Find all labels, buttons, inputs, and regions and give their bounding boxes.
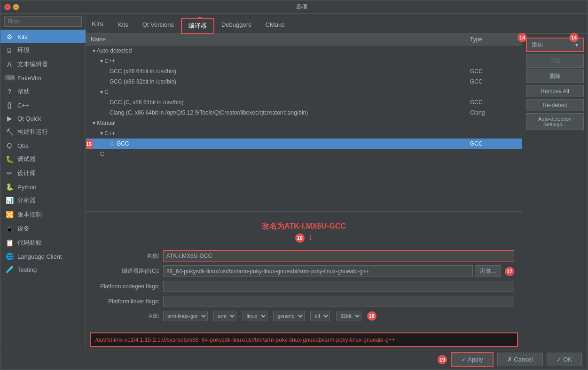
sidebar-item-code-paste[interactable]: 📋 代码粘贴: [0, 236, 86, 250]
fakevim-icon: ⌨: [5, 74, 14, 82]
table-row[interactable]: Clang (C, x86 64bit in /opt/Qt5.12.9/Too…: [86, 108, 522, 118]
name-input[interactable]: [163, 250, 514, 262]
badge-17: 17: [505, 267, 514, 276]
table-row[interactable]: GCC (x86 32bit in /usr/bin) GCC: [86, 77, 522, 87]
sidebar-item-label: Qbs: [17, 142, 29, 149]
add-dropdown-icon[interactable]: ▾: [573, 42, 578, 48]
sidebar-item-label: 调试器: [17, 155, 36, 163]
python-icon: 🐍: [5, 183, 14, 191]
sidebar-item-devices[interactable]: 📱 设备: [0, 222, 86, 236]
sidebar-item-env[interactable]: 🖥 环境: [0, 43, 86, 57]
title-bar-buttons: × –: [4, 4, 19, 10]
language-client-icon: 🌐: [5, 253, 14, 260]
table-row[interactable]: GCC (C, x86 64bit in /usr/bin) GCC: [86, 97, 522, 108]
sidebar-item-label: 代码粘贴: [17, 239, 42, 247]
tab-kits[interactable]: Kits: [111, 18, 135, 34]
apply-button[interactable]: ✓ Apply: [451, 352, 493, 367]
sidebar-item-fakevim[interactable]: ⌨ FakeVim: [0, 71, 86, 85]
delete-button[interactable]: 删除: [526, 69, 584, 83]
action-buttons: 添加 ▾ 14 克隆 删除 Remove All Re-detect Auto-…: [522, 34, 588, 349]
testing-icon: 🧪: [5, 266, 14, 273]
table-row[interactable]: ▾ C: [86, 87, 522, 97]
abi-select-3[interactable]: generic: [273, 311, 305, 321]
footer: 19 ✓ Apply ✗ Cancel ✓ OK: [0, 349, 588, 370]
tab-debuggers[interactable]: Debuggers: [214, 18, 259, 34]
debugger-icon: 🐛: [5, 155, 14, 163]
sidebar-item-help[interactable]: ? 帮助: [0, 85, 86, 99]
table-row[interactable]: ▾ Auto-detected: [86, 46, 522, 56]
abi-row: arm-linux-ger - arm - linux -: [163, 311, 514, 321]
panel-header: Kits 13 Kits Qt Versions 编译器 Debuggers C…: [86, 14, 588, 34]
sidebar-item-kits[interactable]: ⚙ Kits: [0, 30, 86, 43]
sidebar-item-debugger[interactable]: 🐛 调试器: [0, 152, 86, 166]
linker-input[interactable]: [163, 296, 514, 307]
filter-input[interactable]: [4, 16, 82, 27]
table-row[interactable]: ▾ C++: [86, 56, 522, 66]
table-row[interactable]: C: [86, 149, 522, 159]
codegen-input[interactable]: [163, 281, 514, 292]
abi-select-2[interactable]: linux: [243, 311, 267, 321]
sidebar-item-testing[interactable]: 🧪 Testing: [0, 263, 86, 276]
devices-icon: 📱: [5, 225, 14, 232]
analyzer-icon: 📊: [5, 197, 14, 204]
sidebar-item-text-editor[interactable]: A 文本编辑器: [0, 57, 86, 71]
table-row[interactable]: ▾ Manual: [86, 118, 522, 128]
title-bar: × – 选项: [0, 0, 588, 14]
sidebar-item-label: 帮助: [17, 87, 30, 96]
sidebar-item-analyzer[interactable]: 📊 分析器: [0, 193, 86, 208]
sidebar-item-cpp[interactable]: {} C++: [0, 99, 86, 112]
sidebar-item-version-control[interactable]: 🔀 版本控制: [0, 208, 86, 222]
window-title: 选项: [19, 3, 584, 11]
sidebar: ⚙ Kits 🖥 环境 A 文本编辑器 ⌨ FakeVim ? 帮助: [0, 14, 86, 349]
sidebar-item-designer[interactable]: ✏ 设计师: [0, 166, 86, 180]
right-panel: Kits 13 Kits Qt Versions 编译器 Debuggers C…: [86, 14, 588, 349]
tab-compilers[interactable]: 编译器: [181, 18, 214, 34]
cpp-icon: {}: [5, 101, 14, 109]
sidebar-item-python[interactable]: 🐍 Python: [0, 180, 86, 193]
codegen-label: Platform codegen flags:: [94, 283, 159, 290]
sidebar-item-label: C++: [17, 102, 29, 109]
main-window: × – 选项 ⚙ Kits 🖥 环境 A 文本编辑器: [0, 0, 588, 370]
tab-cmake[interactable]: CMake: [259, 18, 292, 34]
sidebar-item-label: Testing: [17, 266, 37, 273]
sidebar-item-build-run[interactable]: 🔨 构建和运行: [0, 125, 86, 139]
sidebar-item-language-client[interactable]: 🌐 Language Client: [0, 250, 86, 263]
abi-select-1[interactable]: arm: [213, 311, 236, 321]
badge-19: 19: [438, 355, 447, 364]
ok-button[interactable]: ✓ OK: [547, 353, 582, 366]
close-button[interactable]: ×: [4, 4, 11, 10]
main-content: ⚙ Kits 🖥 环境 A 文本编辑器 ⌨ FakeVim ? 帮助: [0, 14, 588, 349]
compiler-path-input[interactable]: [163, 265, 473, 277]
compiler-table: Name Type ▾ Auto-detected ▾ C: [86, 34, 522, 159]
tab-qt-versions[interactable]: Qt Versions: [135, 18, 181, 34]
detail-section: 改名为ATK-I.MX6U-GCC 16 ↓ 名称: 编译器路径(C):: [86, 212, 522, 331]
cancel-button[interactable]: ✗ Cancel: [497, 353, 543, 366]
abi-select-4[interactable]: elf: [310, 311, 330, 321]
version-control-icon: 🔀: [5, 211, 14, 218]
path-text: /opt/fsl-imx-x11/4.1.15-2.1.0/sysroots/x…: [95, 337, 395, 343]
abi-select-0[interactable]: arm-linux-ger: [163, 311, 208, 321]
auto-detection-settings-button[interactable]: Auto-detection Settings...: [526, 113, 584, 130]
table-row[interactable]: GCC (x86 64bit in /usr/bin) GCC: [86, 66, 522, 77]
re-detect-button[interactable]: Re-detect: [526, 99, 584, 111]
remove-all-button[interactable]: Remove All: [526, 85, 584, 97]
designer-icon: ✏: [5, 170, 14, 177]
sidebar-item-label: 文本编辑器: [17, 60, 48, 69]
form-row-name: 名称:: [94, 250, 514, 262]
compiler-path-field: 浏览... 17: [163, 265, 514, 277]
clone-button[interactable]: 克隆: [526, 54, 584, 68]
sidebar-item-qbs[interactable]: Q Qbs: [0, 139, 86, 152]
tabs: Kits Qt Versions 编译器 Debuggers CMake: [111, 17, 292, 33]
table-row[interactable]: ▾ C++: [86, 128, 522, 139]
browse-button[interactable]: 浏览...: [475, 265, 501, 277]
minimize-button[interactable]: –: [13, 4, 19, 10]
annotation-text: 改名为ATK-I.MX6U-GCC: [262, 222, 346, 230]
abi-label: ABI:: [94, 313, 159, 319]
code-paste-icon: 📋: [5, 239, 14, 247]
form-row-linker: Platform linker flags:: [94, 296, 514, 307]
abi-select-5[interactable]: 32bit: [336, 311, 361, 321]
sidebar-item-qt-quick[interactable]: ▶ Qt Quick: [0, 112, 86, 125]
help-icon: ?: [5, 88, 14, 95]
table-row-selected[interactable]: ⚠ GCC 15 GCC: [86, 139, 522, 149]
name-label: 名称:: [94, 252, 159, 260]
